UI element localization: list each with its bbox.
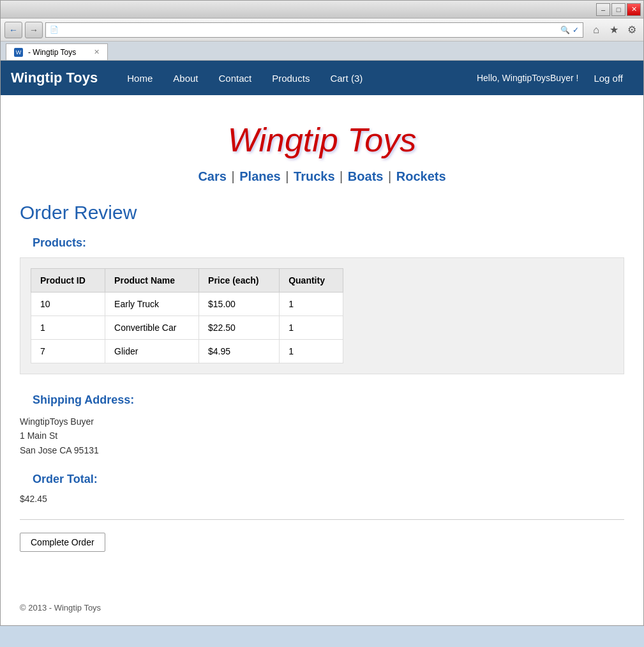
cell-id: 1 [31, 316, 105, 340]
order-total-section: Order Total: $42.45 [20, 473, 624, 504]
category-nav: Cars | Planes | Trucks | Boats | Rockets [20, 169, 624, 184]
tab-title: - Wingtip Toys [28, 48, 76, 57]
complete-order-button[interactable]: Complete Order [20, 533, 105, 552]
browser-toolbar: ← → 📄 http://localhost:24019/Checko 🔍 ✓ … [1, 19, 643, 42]
cell-name: Convertible Car [105, 316, 199, 340]
greeting-text: Hello, WingtipToysBuyer ! [477, 73, 579, 83]
sep-4: | [388, 169, 391, 183]
main-content: Wingtip Toys Cars | Planes | Trucks | Bo… [1, 95, 643, 577]
col-header-price: Price (each) [199, 269, 280, 293]
navbar-links: Home About Contact Products Cart (3) [117, 61, 373, 95]
navbar: Wingtip Toys Home About Contact Products… [1, 61, 643, 95]
cell-name: Glider [105, 340, 199, 363]
sep-1: | [231, 169, 234, 183]
nav-contact[interactable]: Contact [208, 61, 262, 95]
home-icon[interactable]: ⌂ [588, 22, 604, 38]
footer: © 2013 - Wingtip Toys [1, 590, 643, 625]
address-bar: 📄 http://localhost:24019/Checko 🔍 ✓ [45, 22, 583, 38]
shipping-street: 1 Main St [20, 429, 624, 443]
forward-button[interactable]: → [25, 22, 43, 38]
shipping-city: San Jose CA 95131 [20, 443, 624, 457]
sep-3: | [340, 169, 343, 183]
tab-close-button[interactable]: ✕ [94, 48, 100, 56]
settings-icon[interactable]: ⚙ [624, 22, 640, 38]
maximize-button[interactable]: □ [611, 3, 625, 16]
tab-favicon: W [14, 48, 23, 57]
shipping-name: WingtipToys Buyer [20, 415, 624, 429]
divider [20, 519, 624, 520]
shipping-label: Shipping Address: [33, 393, 624, 407]
category-planes[interactable]: Planes [239, 169, 280, 183]
nav-home[interactable]: Home [117, 61, 163, 95]
products-table-wrapper: Product ID Product Name Price (each) Qua… [20, 257, 624, 374]
shipping-address: WingtipToys Buyer 1 Main St San Jose CA … [20, 415, 624, 457]
cell-price: $4.95 [199, 340, 280, 363]
tab-bar: W - Wingtip Toys ✕ [1, 42, 643, 61]
page-wrapper: Wingtip Toys Home About Contact Products… [1, 61, 643, 625]
back-button[interactable]: ← [4, 22, 22, 38]
close-button[interactable]: ✕ [627, 3, 641, 16]
site-title: Wingtip Toys [20, 121, 624, 159]
cell-qty: 1 [280, 293, 343, 316]
col-header-name: Product Name [105, 269, 199, 293]
browser-window: – □ ✕ ← → 📄 http://localhost:24019/Check… [0, 0, 644, 626]
logoff-link[interactable]: Log off [583, 61, 633, 95]
col-header-id: Product ID [31, 269, 105, 293]
cell-price: $22.50 [199, 316, 280, 340]
navbar-right: Hello, WingtipToysBuyer ! Log off [477, 61, 633, 95]
shipping-section: Shipping Address: WingtipToys Buyer 1 Ma… [20, 393, 624, 457]
col-header-qty: Quantity [280, 269, 343, 293]
table-row: 7 Glider $4.95 1 [31, 340, 343, 363]
cell-price: $15.00 [199, 293, 280, 316]
cell-id: 7 [31, 340, 105, 363]
url-input[interactable]: http://localhost:24019/Checko [61, 26, 558, 34]
category-trucks[interactable]: Trucks [294, 169, 334, 183]
toolbar-icons: ⌂ ★ ⚙ [588, 22, 640, 38]
table-row: 10 Early Truck $15.00 1 [31, 293, 343, 316]
nav-about[interactable]: About [163, 61, 208, 95]
products-label: Products: [33, 236, 624, 250]
nav-products[interactable]: Products [262, 61, 320, 95]
sep-2: | [285, 169, 288, 183]
title-bar: – □ ✕ [1, 1, 643, 19]
order-total-label: Order Total: [33, 473, 624, 486]
table-row: 1 Convertible Car $22.50 1 [31, 316, 343, 340]
active-tab[interactable]: W - Wingtip Toys ✕ [6, 43, 108, 60]
footer-text: © 2013 - Wingtip Toys [20, 603, 101, 613]
navbar-brand[interactable]: Wingtip Toys [11, 70, 98, 86]
nav-cart[interactable]: Cart (3) [320, 61, 373, 95]
category-boats[interactable]: Boats [348, 169, 384, 183]
category-cars[interactable]: Cars [198, 169, 226, 183]
cell-name: Early Truck [105, 293, 199, 316]
favorites-icon[interactable]: ★ [606, 22, 622, 38]
cell-qty: 1 [280, 340, 343, 363]
minimize-button[interactable]: – [596, 3, 610, 16]
order-total-value: $42.45 [20, 494, 624, 504]
cell-id: 10 [31, 293, 105, 316]
page-title: Order Review [20, 202, 624, 224]
category-rockets[interactable]: Rockets [396, 169, 446, 183]
cell-qty: 1 [280, 316, 343, 340]
products-table: Product ID Product Name Price (each) Qua… [31, 268, 343, 363]
